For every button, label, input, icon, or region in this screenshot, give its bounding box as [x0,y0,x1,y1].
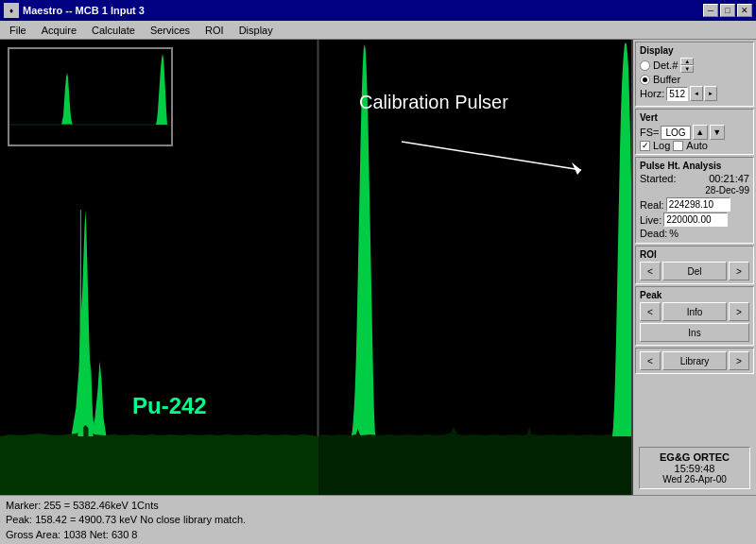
title-bar-buttons: ─ □ ✕ [703,4,752,17]
display-spin: ▲ ▼ [680,58,694,73]
main-container: Calibration Pulser Pu-242 Display Det.# … [0,40,756,495]
status-line-3: Gross Area: 1038 Net: 630 8 [6,529,750,540]
live-label: Live: [640,214,662,226]
spin-down[interactable]: ▼ [680,65,694,73]
pulse-title: Pulse Ht. Analysis [640,161,749,171]
menu-services[interactable]: Services [143,23,198,38]
display-title: Display [640,45,749,56]
menu-roi[interactable]: ROI [198,23,232,38]
auto-checkbox[interactable] [673,141,683,151]
vert-title: Vert [640,112,749,123]
right-panel: Display Det.# ▲ ▼ Buffer Horz: 512 ◄ ► [633,40,756,495]
peak-info-row: < Info > [640,302,749,321]
status-line-2: Peak: 158.42 = 4900.73 keV No close libr… [6,514,750,525]
calibration-arrow [402,123,619,179]
det-label: Det.# [653,60,678,71]
peak-next-button[interactable]: > [729,302,749,321]
real-row: Real: 224298.10 [640,197,749,212]
peak-info-button[interactable]: Info [662,302,727,321]
peak-prev-button[interactable]: < [640,302,661,321]
fs-label: FS= [640,127,659,138]
title-bar: ♦ Maestro -- MCB 1 Input 3 ─ □ ✕ [0,0,756,21]
buffer-radio[interactable] [640,75,650,85]
live-value[interactable]: 220000.00 [663,212,728,227]
spectrum-area[interactable]: Calibration Pulser Pu-242 [0,40,633,495]
live-row: Live: 220000.00 [640,212,749,227]
peak-section: Peak < Info > Ins [635,286,754,346]
fs-value[interactable]: LOG [661,126,690,140]
menu-display[interactable]: Display [232,23,281,38]
dead-label: Dead: [640,228,667,239]
peak-title: Peak [640,290,749,300]
spin-up[interactable]: ▲ [680,58,694,65]
library-nav-row: < Library > [640,351,749,370]
brand-time: 15:59:48 [644,463,746,474]
menu-acquire[interactable]: Acquire [34,23,84,38]
started-row: Started: 00:21:47 [640,173,749,184]
buffer-label: Buffer [653,74,680,85]
library-button[interactable]: Library [662,351,727,370]
window-title: Maestro -- MCB 1 Input 3 [23,5,145,16]
peak-ins-button[interactable]: Ins [640,323,749,342]
menu-file[interactable]: File [2,23,34,38]
horz-row: Horz: 512 ◄ ► [640,86,749,101]
buffer-radio-row: Buffer [640,74,749,85]
log-label: Log [653,140,670,151]
status-bar: Marker: 255 = 5382.46keV 1Cnts Peak: 158… [0,495,756,544]
minimize-button[interactable]: ─ [703,4,718,17]
log-row: Log Auto [640,140,749,151]
roi-next-button[interactable]: > [729,262,749,280]
calibration-label: Calibration Pulser [359,92,508,113]
real-value[interactable]: 224298.10 [666,197,730,212]
svg-marker-10 [318,427,631,495]
auto-label: Auto [686,140,708,151]
close-button[interactable]: ✕ [737,4,752,17]
brand-name: EG&G ORTEC [644,451,746,463]
svg-rect-12 [9,49,171,144]
app-icon: ♦ [4,3,19,18]
brand-box: EG&G ORTEC 15:59:48 Wed 26-Apr-00 [639,447,750,489]
roi-section: ROI < Del > [635,246,754,284]
display-section: Display Det.# ▲ ▼ Buffer Horz: 512 ◄ ► [635,42,754,107]
horz-next[interactable]: ► [704,86,717,101]
library-prev-button[interactable]: < [640,351,661,370]
peak-ins-row: Ins [640,323,749,342]
inset-spectrum-box [8,47,173,146]
brand-section: EG&G ORTEC 15:59:48 Wed 26-Apr-00 [635,443,754,493]
det-radio[interactable] [640,60,650,71]
library-next-button[interactable]: > [729,351,749,370]
roi-prev-button[interactable]: < [640,262,661,280]
horz-prev[interactable]: ◄ [690,86,703,101]
started-label: Started: [640,173,677,184]
started-value: 00:21:47 [709,173,749,184]
svg-line-17 [402,142,581,170]
scale-down[interactable]: ▼ [710,125,725,140]
dead-value: % [669,228,679,239]
maximize-button[interactable]: □ [720,4,735,17]
library-section: < Library > [635,348,754,374]
log-checkbox[interactable] [640,141,650,151]
roi-nav-row: < Del > [640,262,749,280]
menu-bar: File Acquire Calculate Services ROI Disp… [0,21,756,40]
isotope-label: Pu-242 [132,393,207,419]
real-label: Real: [640,199,664,211]
scale-up[interactable]: ▲ [693,125,708,140]
status-line-1: Marker: 255 = 5382.46keV 1Cnts [6,500,750,511]
inset-svg [9,49,171,144]
brand-date: Wed 26-Apr-00 [644,474,746,484]
horz-value[interactable]: 512 [666,87,688,101]
vert-section: Vert FS= LOG ▲ ▼ Log Auto [635,109,754,155]
pulse-section: Pulse Ht. Analysis Started: 00:21:47 28-… [635,157,754,244]
roi-title: ROI [640,249,749,260]
svg-marker-4 [0,425,318,495]
dead-row: Dead: % [640,228,749,239]
roi-del-button[interactable]: Del [662,262,727,280]
menu-calculate[interactable]: Calculate [84,23,143,38]
fs-row: FS= LOG ▲ ▼ [640,125,749,140]
horz-label: Horz: [640,88,664,99]
det-radio-row: Det.# ▲ ▼ [640,58,749,73]
date-value: 28-Dec-99 [705,185,749,196]
